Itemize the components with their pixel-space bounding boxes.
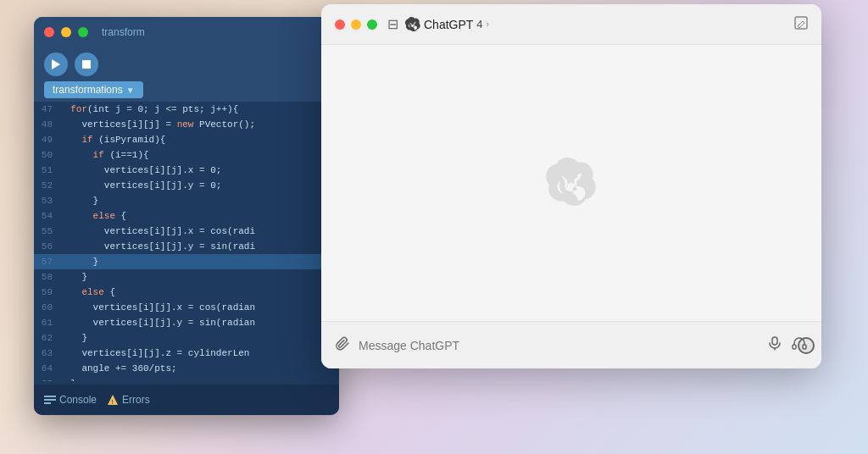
line-number: 56 <box>34 239 59 254</box>
line-number: 57 <box>34 254 59 269</box>
code-line-64: 64 angle += 360/pts; <box>34 361 339 376</box>
errors-button[interactable]: ! Errors <box>107 394 150 406</box>
tab-bar: transformations ▼ <box>34 81 339 102</box>
code-line-62: 62 } <box>34 330 339 346</box>
close-button[interactable] <box>44 27 54 37</box>
line-content: else { <box>59 208 126 224</box>
line-number: 65 <box>34 376 59 381</box>
line-content: for(int j = 0; j <= pts; j++){ <box>59 102 238 117</box>
line-content: vertices[i][j].z = cylinderLen <box>59 346 249 361</box>
openai-logo-small <box>405 17 420 32</box>
chatgpt-input-bar <box>321 321 821 368</box>
code-footer: Console ! Errors <box>34 385 339 415</box>
line-content: if (i==1){ <box>59 147 149 163</box>
code-line-61: 61 vertices[i][j].y = sin(radian <box>34 315 339 330</box>
line-content: vertices[i][j].x = 0; <box>59 163 221 178</box>
line-content: vertices[i][j].y = 0; <box>59 178 221 193</box>
line-content: else { <box>59 285 115 300</box>
line-content: } <box>59 376 76 381</box>
tab-arrow-icon: ▼ <box>126 86 135 95</box>
chatgpt-title-text: ChatGPT <box>424 18 473 31</box>
close-button[interactable] <box>335 19 345 30</box>
line-number: 58 <box>34 269 59 285</box>
code-line-51: 51 vertices[i][j].x = 0; <box>34 163 339 178</box>
stop-button[interactable] <box>75 53 98 76</box>
line-number: 59 <box>34 285 59 300</box>
code-line-54: 54 else { <box>34 208 339 224</box>
line-number: 55 <box>34 224 59 239</box>
line-content: } <box>59 193 98 208</box>
code-line-52: 52 vertices[i][j].y = 0; <box>34 178 339 193</box>
active-tab[interactable]: transformations ▼ <box>44 81 143 98</box>
line-number: 54 <box>34 208 59 224</box>
line-number: 63 <box>34 346 59 361</box>
chatgpt-traffic-lights <box>335 19 377 30</box>
code-titlebar: transform <box>34 17 339 47</box>
chatgpt-title: ChatGPT 4 › <box>405 17 489 32</box>
line-number: 61 <box>34 315 59 330</box>
errors-label: Errors <box>122 394 150 406</box>
chevron-right-icon: › <box>487 19 489 29</box>
line-number: 52 <box>34 178 59 193</box>
line-number: 62 <box>34 330 59 346</box>
attachment-icon[interactable] <box>335 335 350 355</box>
code-line-48: 48 vertices[i][j] = new PVector(); <box>34 117 339 132</box>
code-editor-window: transform transformations ▼ 47 for(int j… <box>34 17 339 415</box>
line-number: 64 <box>34 361 59 376</box>
message-input[interactable] <box>359 339 759 352</box>
minimize-button[interactable] <box>61 27 71 37</box>
code-line-49: 49 if (isPyramid){ <box>34 132 339 147</box>
svg-rect-8 <box>772 337 777 345</box>
code-line-59: 59 else { <box>34 285 339 300</box>
svg-rect-11 <box>803 345 806 349</box>
openai-logo-large <box>546 158 597 208</box>
line-number: 47 <box>34 102 59 117</box>
console-button[interactable]: Console <box>44 394 97 406</box>
chatgpt-version: 4 <box>476 18 482 30</box>
maximize-button[interactable] <box>367 19 377 30</box>
tab-label: transformations <box>53 84 123 96</box>
chatgpt-titlebar: ⊟ ChatGPT 4 › <box>321 4 821 45</box>
sidebar-toggle-icon[interactable]: ⊟ <box>387 16 398 32</box>
svg-rect-2 <box>44 396 56 397</box>
microphone-icon[interactable] <box>767 335 782 355</box>
chatgpt-window: ⊟ ChatGPT 4 › <box>321 4 821 368</box>
line-number: 48 <box>34 117 59 132</box>
code-line-60: 60 vertices[i][j].x = cos(radian <box>34 300 339 315</box>
window-title: transform <box>102 26 145 38</box>
maximize-button[interactable] <box>78 27 88 37</box>
code-line-53: 53 } <box>34 193 339 208</box>
line-content: } <box>59 330 87 346</box>
line-number: 50 <box>34 147 59 163</box>
svg-rect-3 <box>44 399 56 401</box>
code-line-56: 56 vertices[i][j].y = sin(radi <box>34 239 339 254</box>
line-content: angle += 360/pts; <box>59 361 177 376</box>
line-content: vertices[i][j].y = sin(radi <box>59 239 255 254</box>
line-content: vertices[i][j].x = cos(radian <box>59 300 255 315</box>
play-button[interactable] <box>44 53 68 76</box>
svg-text:!: ! <box>111 398 113 406</box>
line-number: 53 <box>34 193 59 208</box>
line-content: vertices[i][j].y = sin(radian <box>59 315 255 330</box>
svg-marker-0 <box>52 59 60 69</box>
line-content: vertices[i][j].x = cos(radi <box>59 224 255 239</box>
minimize-button[interactable] <box>351 19 361 30</box>
code-line-58: 58 } <box>34 269 339 285</box>
svg-rect-4 <box>44 402 51 404</box>
code-line-63: 63 vertices[i][j].z = cylinderLen <box>34 346 339 361</box>
edit-icon[interactable] <box>794 16 808 33</box>
code-line-57: 57 } <box>34 254 339 269</box>
console-label: Console <box>59 394 97 406</box>
code-line-65: 65 } <box>34 376 339 381</box>
line-number: 49 <box>34 132 59 147</box>
svg-rect-1 <box>82 60 91 69</box>
line-content: } <box>59 269 87 285</box>
code-toolbar <box>34 47 339 81</box>
chatgpt-body <box>321 45 821 321</box>
line-content: if (isPyramid){ <box>59 132 165 147</box>
line-content: vertices[i][j] = new PVector(); <box>59 117 255 132</box>
headphone-icon[interactable] <box>791 335 808 356</box>
line-content: } <box>59 254 98 269</box>
line-number: 51 <box>34 163 59 178</box>
line-number: 60 <box>34 300 59 315</box>
